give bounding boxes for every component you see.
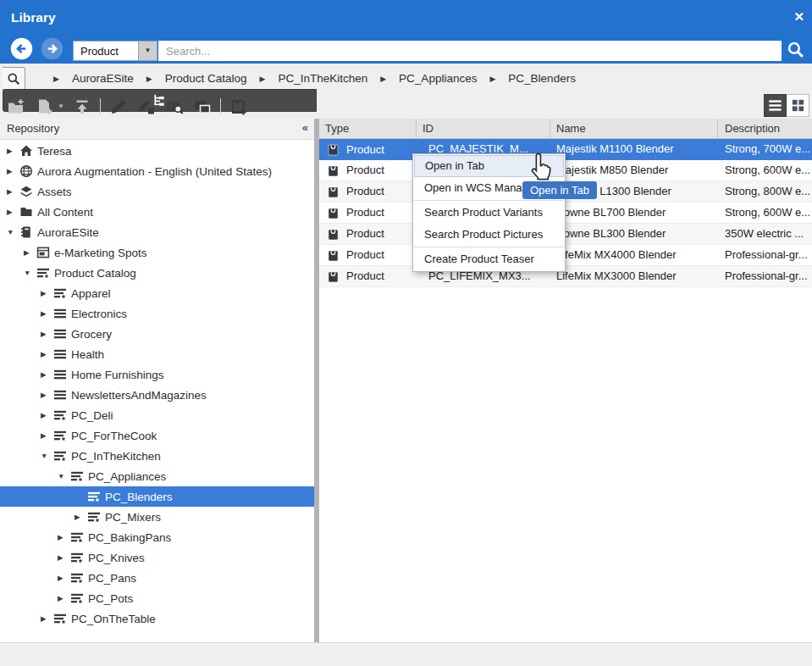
tree-item-auroraesite[interactable]: ▼AuroraESite: [0, 222, 314, 242]
collapsed-arrow-icon[interactable]: ▶: [58, 594, 70, 602]
collapsed-arrow-icon[interactable]: ▶: [58, 574, 70, 582]
collapse-sidebar-icon[interactable]: «: [302, 121, 307, 134]
breadcrumb-item-product-catalog[interactable]: Product Catalog: [165, 72, 247, 85]
table-row[interactable]: ProductPC_BOWNE_BL70...Bowne BL700 Blend…: [319, 203, 812, 224]
table-row[interactable]: ProductPC_LIFEMIX_MX3...LifeMix MX3000 B…: [319, 266, 812, 287]
collapsed-arrow-icon[interactable]: ▶: [24, 248, 36, 257]
tree-item-assets[interactable]: ▶Assets: [0, 181, 314, 202]
tree-item-teresa[interactable]: ▶Teresa: [0, 141, 314, 161]
breadcrumb-item-pc-blenders[interactable]: PC_Blenders: [508, 72, 576, 85]
collapsed-arrow-icon[interactable]: ▶: [58, 533, 70, 541]
column-header-id[interactable]: ID: [417, 119, 550, 138]
table-row[interactable]: ProductPC_MAJESTIK_M8...Majestik M850 Bl…: [319, 160, 812, 181]
search-input[interactable]: [158, 41, 782, 61]
category-star-icon: [53, 449, 67, 463]
tree-item-aurora-augmentation-english-united-states[interactable]: ▶Aurora Augmentation - English (United S…: [0, 161, 314, 181]
expanded-arrow-icon[interactable]: ▼: [7, 228, 19, 236]
tree-item-newslettersandmagazines[interactable]: ▶NewslettersAndMagazines: [0, 385, 314, 405]
grid-view-button[interactable]: [787, 94, 809, 117]
collapsed-arrow-icon[interactable]: ▶: [41, 391, 53, 399]
tree-item-pc-pans[interactable]: ▶PC_Pans: [0, 568, 314, 588]
breadcrumb-item-auroraesite[interactable]: AuroraESite: [72, 72, 134, 85]
tree-item-pc-deli[interactable]: ▶PC_Deli: [0, 405, 314, 425]
table-row[interactable]: ProductPC_MAJESTIK_M...Majestik M1100 Bl…: [319, 139, 812, 160]
tree-item-health[interactable]: ▶Health: [0, 344, 314, 364]
tree-item-pc-pots[interactable]: ▶PC_Pots: [0, 588, 314, 608]
menu-item-search-product-pictures[interactable]: Search Product Pictures: [414, 224, 564, 246]
tree-item-pc-appliances[interactable]: ▼PC_Appliances: [0, 466, 314, 486]
tree-item-label: Apparel: [71, 287, 111, 300]
expanded-arrow-icon[interactable]: ▼: [41, 452, 53, 460]
tree-item-pc-knives[interactable]: ▶PC_Knives: [0, 547, 314, 568]
tree-item-pc-inthekitchen[interactable]: ▼PC_InTheKitchen: [0, 446, 314, 466]
cursor-pointer-icon: [526, 151, 555, 190]
collapsed-arrow-icon[interactable]: ▶: [41, 350, 53, 358]
globe-icon: [19, 164, 33, 178]
tree-item-product-catalog[interactable]: ▼Product Catalog: [0, 263, 314, 283]
tree-item-electronics[interactable]: ▶Electronics: [0, 303, 314, 324]
search-button[interactable]: [786, 40, 806, 60]
list-view-button[interactable]: [764, 94, 787, 117]
tree-item-home-furnishings[interactable]: ▶Home Furnishings: [0, 364, 314, 385]
column-header-description[interactable]: Description: [718, 119, 812, 138]
expanded-arrow-icon[interactable]: ▼: [24, 269, 36, 277]
breadcrumb-item-pc-inthekitchen[interactable]: PC_InTheKitchen: [278, 72, 367, 85]
menu-item-search-product-variants[interactable]: Search Product Variants: [414, 202, 564, 224]
tree-item-all-content[interactable]: ▶All Content: [0, 202, 314, 222]
cell-name: Bowne BL300 Blender: [550, 224, 718, 244]
tree-item-label: PC_Blenders: [105, 491, 173, 503]
table-row[interactable]: ProductPC_BOWNE_BL30...Bowne BL300 Blend…: [319, 224, 812, 245]
table-row[interactable]: ProductPC_LIFEMIX_MX4...LifeMix MX4000 B…: [319, 245, 812, 266]
collapsed-arrow-icon[interactable]: ▶: [7, 167, 19, 175]
dropdown-arrow-icon[interactable]: ▼: [138, 42, 157, 60]
collapsed-arrow-icon[interactable]: ▶: [58, 553, 70, 562]
category-icon: [53, 327, 67, 341]
collapsed-arrow-icon[interactable]: ▶: [75, 513, 87, 521]
column-header-name[interactable]: Name: [550, 119, 718, 138]
repository-tree: ▶Teresa▶Aurora Augmentation - English (U…: [0, 141, 314, 629]
tree-item-label: PC_BakingPans: [88, 531, 171, 544]
collapsed-arrow-icon[interactable]: ▶: [41, 309, 53, 318]
expanded-arrow-icon[interactable]: ▼: [58, 472, 70, 480]
search-scope-value: Product: [80, 45, 119, 58]
close-icon[interactable]: ✕: [793, 9, 804, 25]
forward-button[interactable]: [41, 37, 64, 60]
search-mode-button[interactable]: [3, 67, 25, 90]
tree-item-e-marketing-spots[interactable]: ▶e-Marketing Spots: [0, 242, 314, 263]
collapsed-arrow-icon[interactable]: ▶: [41, 614, 53, 623]
arrow-left-icon: [10, 37, 33, 60]
breadcrumb-item-pc-appliances[interactable]: PC_Appliances: [399, 72, 477, 85]
tree-item-pc-onthetable[interactable]: ▶PC_OnTheTable: [0, 608, 314, 629]
find-products-button[interactable]: [164, 97, 185, 117]
edit-sign-button[interactable]: [136, 97, 157, 117]
collapsed-arrow-icon[interactable]: ▶: [7, 208, 19, 216]
collapsed-arrow-icon[interactable]: ▶: [41, 411, 53, 419]
search-scope-select[interactable]: Product ▼: [73, 41, 157, 61]
collapsed-arrow-icon[interactable]: ▶: [41, 431, 53, 440]
add-task-button[interactable]: [229, 97, 249, 117]
copy-image-button[interactable]: [192, 97, 213, 117]
collapsed-arrow-icon[interactable]: ▶: [41, 289, 53, 297]
window-titlebar: Library ✕: [0, 0, 812, 34]
collapsed-arrow-icon[interactable]: ▶: [41, 370, 53, 379]
toolbar-separator: [220, 98, 221, 115]
column-header-type[interactable]: Type: [319, 119, 417, 138]
product-icon: [328, 186, 339, 198]
tree-item-pc-bakingpans[interactable]: ▶PC_BakingPans: [0, 527, 314, 547]
edit-sign-icon: [137, 97, 156, 116]
collapsed-arrow-icon[interactable]: ▶: [41, 330, 53, 338]
tree-item-grocery[interactable]: ▶Grocery: [0, 324, 314, 344]
type-label: Product: [346, 181, 384, 202]
back-button[interactable]: [10, 37, 33, 60]
menu-item-create-product-teaser[interactable]: Create Product Teaser: [414, 248, 564, 270]
tree-item-pc-forthecook[interactable]: ▶PC_ForTheCook: [0, 425, 314, 446]
tree-item-apparel[interactable]: ▶Apparel: [0, 283, 314, 303]
cell-type: Product: [319, 181, 417, 202]
edit-button[interactable]: [108, 97, 129, 117]
category-star-icon: [70, 571, 84, 585]
tree-item-pc-blenders[interactable]: PC_Blenders: [0, 486, 314, 507]
list-view-icon: [767, 97, 783, 114]
tree-item-pc-mixers[interactable]: ▶PC_Mixers: [0, 507, 314, 527]
collapsed-arrow-icon[interactable]: ▶: [7, 147, 19, 155]
collapsed-arrow-icon[interactable]: ▶: [7, 187, 19, 196]
